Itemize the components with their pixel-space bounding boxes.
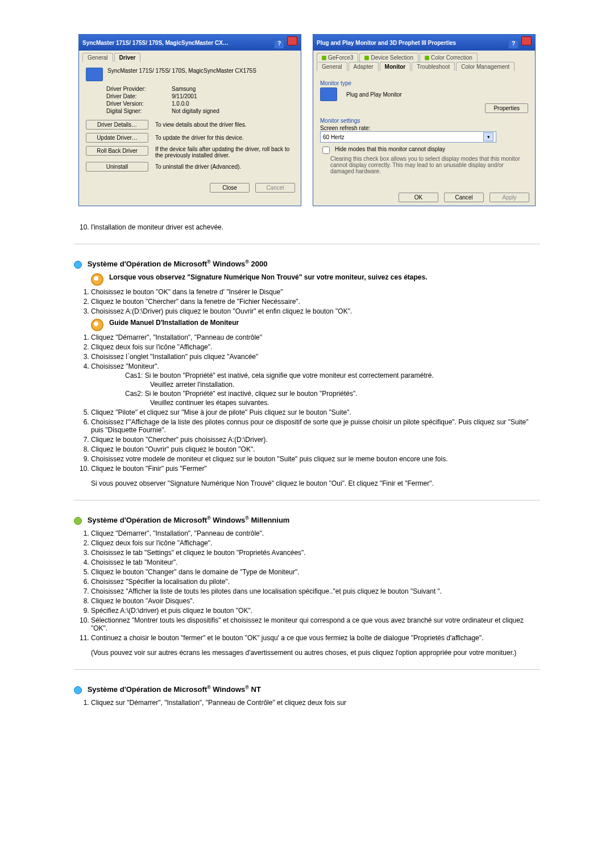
- cancel-button[interactable]: Cancel: [444, 193, 484, 202]
- list-item: Cliquez le bouton "Avoir Disques".: [91, 597, 540, 605]
- tab-color-management[interactable]: Color Management: [456, 62, 515, 71]
- gear-icon: [91, 273, 103, 286]
- list-item: Choisissez "Afficher la liste de touts l…: [91, 587, 540, 595]
- paragraph: Si vous pouvez observer "Signature Numér…: [91, 479, 540, 487]
- version-label: Driver Version:: [106, 101, 172, 107]
- dialog2-title: Plug and Play Monitor and 3D Prophet III…: [317, 40, 456, 46]
- list-item: Choisissez le bouton "OK" dans la fenetr…: [91, 288, 540, 296]
- list-item: Cliquez le bouton "Ouvrir" puis cliquez …: [91, 445, 540, 453]
- apply-button: Apply: [489, 193, 529, 202]
- window-buttons: ?: [273, 36, 297, 49]
- tab-adapter[interactable]: Adapter: [349, 62, 379, 71]
- device-model: SyncMaster 171S/ 175S/ 170S, MagicSyncMa…: [107, 68, 256, 74]
- case-text: Cas2: Si le bouton "Propriété" est inact…: [125, 390, 540, 398]
- refresh-rate-value: 60 Hertz: [323, 134, 345, 140]
- list-item: Cliquez deux fois sur l'icône "Affichage…: [91, 539, 540, 547]
- list-item: Cliquez "Pilote" et cliquez sur "Mise à …: [91, 408, 540, 416]
- list-item: Cliquez le bouton "Chercher" dans la fen…: [91, 298, 540, 306]
- paragraph: (Vous pouvez voir sur autres écrans les …: [91, 649, 540, 657]
- tab-troubleshoot[interactable]: Troubleshoot: [412, 62, 455, 71]
- list-item: Choisissez "Moniteur". Cas1: Si le bouto…: [91, 362, 540, 407]
- list-item: l'installation de moniteur driver est ac…: [91, 223, 540, 231]
- list-item: Cliquez sur "Démarrer", "Installation", …: [91, 699, 540, 707]
- tab-device-selection[interactable]: Device Selection: [359, 53, 418, 62]
- driver-details-desc: To view details about the driver files.: [155, 122, 247, 128]
- tab-general[interactable]: General: [317, 62, 347, 71]
- cancel-button: Cancel: [255, 183, 295, 193]
- list-item: Choisissez "Spécifier la localisation du…: [91, 578, 540, 586]
- driver-details-button[interactable]: Driver Details…: [86, 120, 148, 130]
- dialog1-tabs: General Driver: [79, 51, 301, 62]
- subheading: Guide Manuel D'Installation de Moniteur: [109, 319, 239, 327]
- list-item: Choisissez A:(D:\Driver) puis cliquez le…: [91, 307, 540, 315]
- list-item: Choisissez le tab "Settings" et cliquez …: [91, 549, 540, 557]
- update-driver-desc: To update the driver for this device.: [155, 135, 244, 141]
- tab-monitor[interactable]: Monitor: [380, 62, 411, 71]
- date-label: Driver Date:: [106, 93, 172, 99]
- provider-label: Driver Provider:: [106, 86, 172, 92]
- subheading: Lorsque vous observez "Signature Numériq…: [109, 273, 428, 281]
- tab-geforce3[interactable]: GeForce3: [317, 53, 358, 62]
- hide-modes-note: Clearing this check box allows you to se…: [330, 156, 528, 174]
- signer-value: Not digitally signed: [172, 108, 219, 114]
- nvidia-icon: [322, 56, 326, 60]
- hide-modes-label: Hide modes that this monitor cannot disp…: [335, 146, 445, 152]
- list-item: Spécifiez A:\(D:\driver) et puis cliquez…: [91, 607, 540, 615]
- bullet-icon: [74, 517, 82, 525]
- monitor-type-value: Plug and Play Monitor: [346, 91, 402, 98]
- list-item: Cliquez le bouton "Changer" dans le doma…: [91, 568, 540, 576]
- rollback-driver-button[interactable]: Roll Back Driver: [86, 146, 148, 156]
- dialog2-tabs-row2: General Adapter Monitor Troubleshoot Col…: [313, 62, 535, 71]
- properties-button[interactable]: Properties: [485, 103, 528, 113]
- refresh-rate-select[interactable]: 60 Hertz ▾: [320, 131, 496, 143]
- tab-driver[interactable]: Driver: [114, 53, 141, 62]
- dialog1-titlebar: SyncMaster 171S/ 175S/ 170S, MagicSyncMa…: [79, 35, 301, 51]
- hide-modes-checkbox[interactable]: [322, 147, 330, 154]
- refresh-rate-label: Screen refresh rate:: [320, 125, 528, 131]
- close-icon[interactable]: [521, 36, 532, 45]
- uninstall-button[interactable]: Uninstall: [86, 162, 148, 172]
- monitor-icon: [86, 68, 103, 81]
- help-icon[interactable]: ?: [274, 40, 284, 49]
- monitor-properties-dialog: Plug and Play Monitor and 3D Prophet III…: [313, 34, 536, 206]
- bullet-icon: [74, 686, 82, 694]
- help-icon[interactable]: ?: [508, 40, 518, 49]
- dialog1-title: SyncMaster 171S/ 175S/ 170S, MagicSyncMa…: [82, 40, 229, 46]
- chevron-down-icon[interactable]: ▾: [483, 132, 493, 141]
- list-item: Continuez a choisir le bouton "fermer" e…: [91, 634, 540, 642]
- ok-button[interactable]: OK: [399, 193, 438, 202]
- rollback-driver-desc: If the device fails after updating the d…: [155, 146, 294, 158]
- list-item: Cliquez le bouton "Chercher" puis choisi…: [91, 436, 540, 444]
- list-item: Cliquez le bouton "Finir" puis "Fermer": [91, 465, 540, 473]
- list-item: Sélectionnez "Montrer touts les disposit…: [91, 616, 540, 632]
- update-driver-button[interactable]: Update Driver…: [86, 133, 148, 143]
- close-button[interactable]: Close: [210, 183, 250, 193]
- case-text: Cas1: Si le bouton "Propriété" est inati…: [125, 372, 540, 379]
- signer-label: Digital Signer:: [106, 108, 172, 114]
- list-item: Choisissez votre modele de moniteur et c…: [91, 455, 540, 463]
- monitor-icon: [320, 87, 337, 101]
- dialog2-titlebar: Plug and Play Monitor and 3D Prophet III…: [313, 35, 535, 51]
- date-value: 9/11/2001: [172, 93, 197, 99]
- list-item: Choisissez l'"Affichage de la liste des …: [91, 418, 540, 434]
- nvidia-icon: [364, 56, 369, 60]
- driver-properties-dialog: SyncMaster 171S/ 175S/ 170S, MagicSyncMa…: [78, 34, 301, 206]
- list-item: Cliquez "Démarrer", "Installation", "Pan…: [91, 529, 540, 537]
- list-item: Choisissez l`onglet "Installation" puis …: [91, 353, 540, 361]
- tab-general[interactable]: General: [82, 53, 113, 62]
- version-value: 1.0.0.0: [172, 101, 189, 107]
- section-heading-win2000: Système d'Opération de Microsoft® Window…: [74, 259, 540, 269]
- uninstall-desc: To uninstall the driver (Advanced).: [155, 164, 241, 170]
- case-text: Veuillez continuer les étapes suivantes.: [150, 399, 540, 407]
- close-icon[interactable]: [287, 36, 297, 45]
- case-text: Veuillez arreter l'installation.: [150, 381, 540, 389]
- tab-color-correction[interactable]: Color Correction: [420, 53, 478, 62]
- monitor-type-label: Monitor type: [320, 80, 528, 86]
- section-heading-winme: Système d'Opération de Microsoft® Window…: [74, 515, 540, 525]
- list-item: Cliquez deux fois sur l'icône "Affichage…: [91, 343, 540, 351]
- monitor-settings-label: Monitor settings: [320, 118, 528, 124]
- window-buttons: ?: [507, 36, 532, 49]
- list-item: Choisissez le tab "Moniteur".: [91, 558, 540, 566]
- dialog2-tabs-row1: GeForce3 Device Selection Color Correcti…: [313, 51, 535, 62]
- gear-icon: [91, 319, 103, 331]
